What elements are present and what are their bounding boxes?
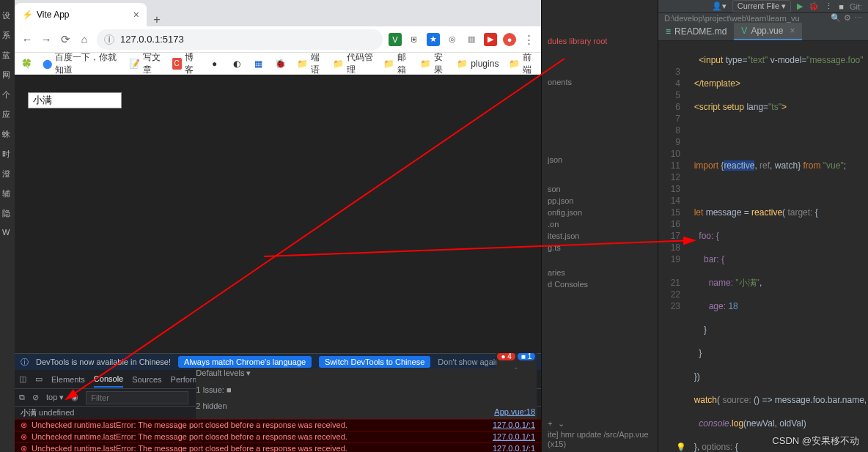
bookmark[interactable]: C博客 [172,51,199,76]
browser-window: ⚡ Vite App × + ← → ⟳ ⌂ i 127.0.0.1:5173 … [15,0,541,452]
bookmark[interactable]: ⬤百度一下，你就知道 [43,51,119,76]
console-toolbar: ⧉ ⊘ top ▾ ◉ Default levels ▾ 1 Issue: ■ … [15,389,541,407]
tab-console[interactable]: Console [94,374,123,388]
ide-toolbar: 👤▾ Current File ▾ ▶ 🐞 ⋮ ■ Git: [658,0,868,12]
error-icon: ⊗ [21,432,27,441]
more-icon[interactable]: ⋮ [825,1,833,11]
record-icon[interactable]: ● [503,33,516,46]
ext-icon[interactable]: ▶ [484,33,497,46]
ext-icon[interactable]: ★ [427,33,440,46]
more-icon[interactable]: ⋯ [854,13,862,23]
filter-input[interactable] [86,391,188,404]
run-icon[interactable]: ▶ [797,1,803,11]
tab-title: Vite App [37,10,69,20]
ext-icon[interactable]: ◎ [446,33,459,46]
bookmark[interactable]: 🐞 [275,58,287,70]
tab-elements[interactable]: Elements [51,375,85,384]
bookmarks-bar: 🍀 ⬤百度一下，你就知道 📝写文章 C博客 ● ◐ ▦ 🐞 📁端语 📁代码管理 … [15,53,541,75]
site-info-icon[interactable]: i [104,34,114,45]
url-text: 127.0.0.1:5173 [120,34,184,45]
tree-item[interactable]: son [542,183,658,195]
bookmark-folder[interactable]: 📁前端 [509,51,535,76]
source-link[interactable]: 127.0.0.1/:1 [493,444,535,452]
tab-sources[interactable]: Sources [132,375,161,384]
bookmark[interactable]: ▦ [253,58,265,70]
tree-item[interactable]: pp.json [542,195,658,207]
eye-icon[interactable]: ◉ [71,393,78,402]
device-icon[interactable]: ▭ [35,374,43,384]
source-link[interactable]: 127.0.0.1/:1 [493,420,535,430]
console-error-line: ⊗Unchecked runtime.lastError: The messag… [15,431,541,442]
switch-chinese-button[interactable]: Switch DevTools to Chinese [319,356,430,368]
bookmark[interactable]: 📝写文章 [129,51,162,76]
tab-app-vue[interactable]: VApp.vue× [734,23,802,40]
text-input[interactable] [28,92,122,108]
forward-icon[interactable]: → [40,33,53,46]
error-icon: ⊗ [21,444,27,452]
bookmark-folder[interactable]: 📁安果 [420,51,446,76]
search-icon[interactable]: 🔍 [831,13,841,23]
omnibox[interactable]: i 127.0.0.1:5173 [97,29,383,50]
issues-link[interactable]: 1 Issue: ■ [196,385,537,394]
info-count-badge[interactable]: ■ 1 [518,352,535,360]
ext-icon[interactable]: ⛨ [408,33,421,46]
run-config-selector[interactable]: Current File ▾ [732,0,792,12]
inspect-icon[interactable]: ◫ [19,374,26,384]
levels-selector[interactable]: Default levels ▾ [196,368,537,378]
reload-icon[interactable]: ⟳ [59,33,72,46]
tree-item[interactable]: dules library root [542,35,658,47]
context-selector[interactable]: top ▾ [46,393,64,402]
stop-icon[interactable]: ■ [839,2,844,11]
tree-item[interactable]: .on [542,218,658,230]
console-output: 小满 undefinedApp.vue:18 ⊗Unchecked runtim… [15,407,541,452]
bookmark-folder[interactable]: 📁plugins [456,58,499,70]
debug-icon[interactable]: 🐞 [809,1,819,11]
menu-icon[interactable]: ⋮ [522,33,535,46]
tree-item[interactable]: d Consoles [542,278,658,290]
sidebar-toggle-icon[interactable]: ⧉ [19,393,25,402]
bookmark[interactable]: 🍀 [21,58,32,70]
line-gutter: 345678910111213141516171819212223 [658,41,686,452]
tree-item[interactable]: onfig.json [542,207,658,218]
vite-icon: ⚡ [22,10,32,20]
gear-icon[interactable]: ⚙ [844,13,851,23]
new-tab-button[interactable]: + [147,13,167,26]
back-icon[interactable]: ← [21,33,34,46]
code-content: <input type="text" v-model="message.foo"… [686,41,868,452]
bookmark[interactable]: ● [209,58,221,70]
user-menu[interactable]: 👤▾ [712,1,727,11]
tree-item[interactable]: aries [542,267,658,278]
code-editor[interactable]: 345678910111213141516171819212223 <input… [658,41,868,452]
git-label[interactable]: Git: [850,2,862,11]
tree-item[interactable]: itest.json [542,230,658,242]
vue-icon: V [741,26,747,36]
add-icon[interactable]: + [548,419,552,429]
source-link[interactable]: 127.0.0.1/:1 [493,432,535,442]
os-sidebar: 设系蓝 网个应 蛛时澄 辅隐W [0,0,15,452]
terminal-output: ite] hmr update /src/App.vue (x15) [548,430,652,449]
close-icon[interactable]: × [790,26,795,36]
match-language-button[interactable]: Always match Chrome's language [178,356,312,368]
dont-show-button[interactable]: Don't show again [438,357,499,366]
tab-readme[interactable]: ≡README.md [658,23,734,40]
bookmark[interactable]: ◐ [231,58,243,70]
ext-icon[interactable]: ▥ [465,33,478,46]
clear-console-icon[interactable]: ⊘ [32,393,39,402]
home-icon[interactable]: ⌂ [78,33,91,46]
close-icon[interactable]: × [133,9,139,21]
page-viewport [15,75,541,353]
tree-item[interactable]: g.ts [542,242,658,253]
error-count-badge[interactable]: ● 4 [497,352,515,360]
tree-item[interactable]: json [542,154,658,166]
address-bar: ← → ⟳ ⌂ i 127.0.0.1:5173 V ⛨ ★ ◎ ▥ ▶ ● ⋮ [15,26,541,53]
chevron-down-icon[interactable]: ⌄ [558,419,564,429]
bookmark-folder[interactable]: 📁邮箱 [383,51,410,76]
browser-tab[interactable]: ⚡ Vite App × [15,3,147,26]
ext-icon[interactable]: V [389,33,402,46]
bookmark-folder[interactable]: 📁代码管理 [333,51,373,76]
bookmark-folder[interactable]: 📁端语 [297,51,323,76]
lightbulb-icon[interactable]: 💡 [676,441,686,452]
info-icon: ⓘ [21,357,29,368]
tree-item[interactable]: onents [542,76,658,88]
source-link[interactable]: App.vue:18 [494,407,535,418]
